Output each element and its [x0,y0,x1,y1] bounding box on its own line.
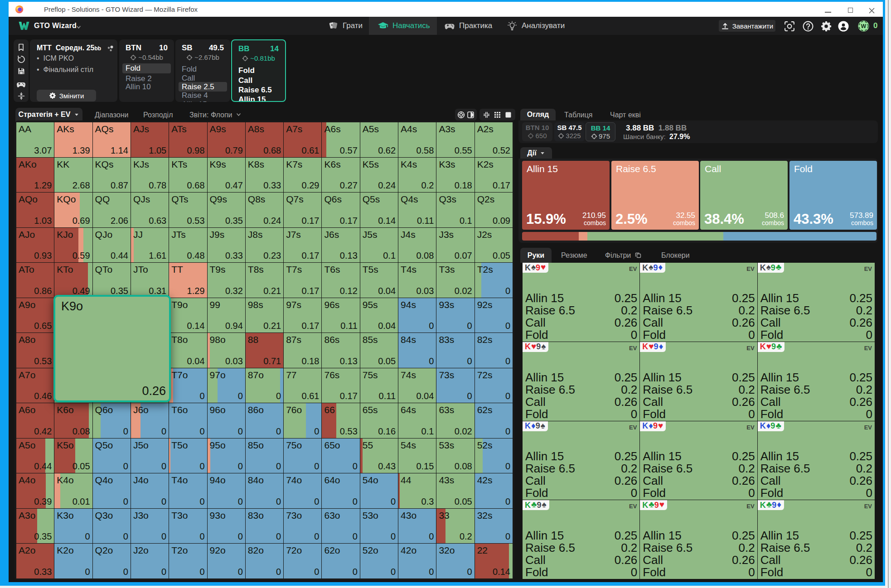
svg-text:W: W [861,23,867,29]
